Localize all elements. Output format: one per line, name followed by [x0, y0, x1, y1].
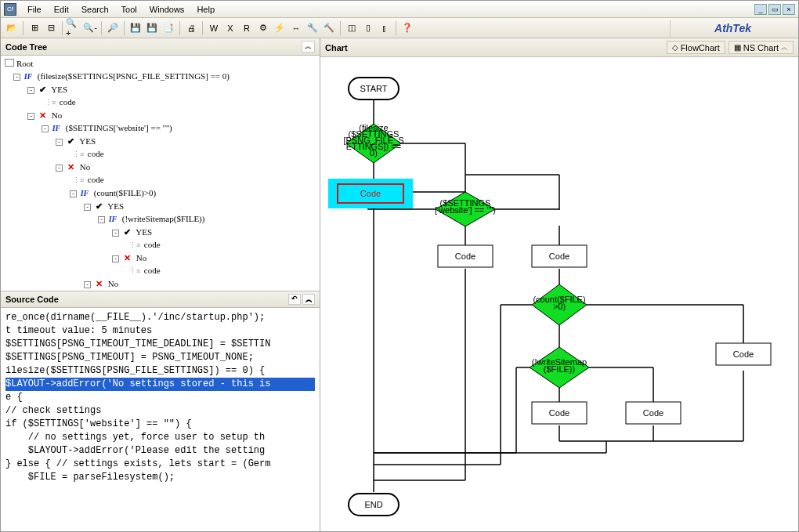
- menu-tool[interactable]: Tool: [115, 3, 143, 16]
- svg-text:Code: Code: [455, 252, 475, 261]
- zoom-out-icon[interactable]: 🔍-: [82, 20, 98, 36]
- svg-text:>0): >0): [553, 302, 566, 311]
- tool2-icon[interactable]: 🔨: [321, 20, 337, 36]
- tab-flowchart[interactable]: ◇FlowChart: [667, 41, 725, 54]
- minimize-button[interactable]: _: [754, 4, 767, 15]
- tree-if2[interactable]: ($SETTINGS['website'] == '"'): [66, 123, 172, 132]
- settings-icon[interactable]: ⚙: [255, 20, 271, 36]
- menu-help[interactable]: Help: [190, 3, 221, 16]
- copy-icon[interactable]: 📑: [161, 20, 176, 36]
- chart-header: Chart ◇FlowChart ▦NS Chart ︽: [320, 38, 798, 57]
- svg-text:Code: Code: [549, 408, 569, 418]
- save-icon[interactable]: 💾: [128, 20, 143, 36]
- tree-if4[interactable]: (!writeSitemap($FILE)): [122, 214, 205, 223]
- export-x-icon[interactable]: X: [222, 20, 238, 36]
- menubar: Cf File Edit Search Tool Windows Help _ …: [1, 1, 798, 18]
- tree-root[interactable]: Root: [16, 59, 33, 68]
- zoom-in-icon[interactable]: 🔍+: [66, 20, 81, 36]
- layout3-icon[interactable]: ⫿: [377, 20, 392, 36]
- chevron-icon[interactable]: ︽: [302, 294, 315, 305]
- menu-file[interactable]: File: [21, 3, 48, 16]
- svg-text:END: END: [364, 500, 382, 509]
- flow-end[interactable]: END: [349, 494, 399, 516]
- toolbar: 📂 ⊞ ⊟ 🔍+ 🔍- 🔎 💾 💾 📑 🖨 W X R ⚙ ⚡ ↔ 🔧 🔨 ◫ …: [1, 18, 798, 38]
- tab-nschart[interactable]: ▦NS Chart ︽: [728, 41, 794, 54]
- flow-decision-4[interactable]: (!writeSitemap ($FILE)): [530, 347, 589, 388]
- export-r-icon[interactable]: R: [239, 20, 255, 36]
- app-logo-icon: Cf: [4, 3, 16, 16]
- print-icon[interactable]: 🖨: [183, 20, 199, 36]
- flow-decision-3[interactable]: (count($FILE) >0): [532, 284, 587, 325]
- flow-start[interactable]: START: [349, 78, 399, 100]
- tree-if1[interactable]: (filesize($SETTINGS[PSNG_FILE_SETTINGS] …: [38, 71, 230, 81]
- flowchart-icon: ◇: [672, 43, 678, 52]
- maximize-button[interactable]: ▭: [768, 4, 781, 15]
- export-word-icon[interactable]: W: [206, 20, 222, 36]
- help-icon[interactable]: ❓: [400, 20, 415, 36]
- close-button[interactable]: ×: [783, 4, 795, 15]
- flow-code-box[interactable]: Code: [438, 245, 493, 267]
- tool1-icon[interactable]: 🔧: [305, 20, 320, 36]
- flow-code-box[interactable]: Code: [626, 402, 681, 424]
- flow-code-box[interactable]: Code: [716, 343, 771, 365]
- find-icon[interactable]: 🔎: [105, 20, 121, 36]
- flowchart-canvas[interactable]: START (filesize ($SETTINGS [PSNG_FILE_S …: [320, 57, 798, 531]
- chevron-icon[interactable]: ︽: [302, 41, 315, 52]
- source-code-header: Source Code ↶ ︽: [1, 291, 320, 308]
- menu-search[interactable]: Search: [75, 3, 115, 16]
- source-code-view[interactable]: re_once(dirname(__FILE__).'/inc/startup.…: [1, 308, 320, 531]
- flow-decision-1[interactable]: (filesize ($SETTINGS [PSNG_FILE_S ETTING…: [343, 123, 403, 163]
- open-icon[interactable]: 📂: [4, 20, 20, 36]
- svg-text:0): 0): [370, 148, 378, 157]
- flow-code-box[interactable]: Code: [532, 402, 587, 424]
- code-tree[interactable]: Root -IF (filesize($SETTINGS[PSNG_FILE_S…: [1, 56, 320, 291]
- flow-code-selected[interactable]: Code: [328, 179, 413, 208]
- tree-toggle[interactable]: -: [13, 74, 20, 81]
- chart-title: Chart: [325, 43, 348, 52]
- collapse-all-icon[interactable]: ⊟: [43, 20, 59, 36]
- svg-text:['website'] == ""): ['website'] == ""): [435, 205, 496, 215]
- svg-text:Code: Code: [360, 189, 381, 198]
- save-all-icon[interactable]: 💾: [144, 20, 160, 36]
- menu-edit[interactable]: Edit: [48, 3, 75, 16]
- expand-all-icon[interactable]: ⊞: [27, 20, 42, 36]
- tree-if3[interactable]: (count($FILE)>0): [94, 188, 157, 197]
- flow-code-box[interactable]: Code: [532, 245, 587, 267]
- run-icon[interactable]: ⚡: [272, 20, 287, 36]
- code-tree-header: Code Tree ︽: [1, 38, 320, 56]
- brand-label: AthTek: [670, 20, 795, 37]
- svg-text:Code: Code: [733, 349, 754, 359]
- code-tree-title: Code Tree: [5, 42, 47, 52]
- svg-text:START: START: [360, 84, 387, 93]
- menu-windows[interactable]: Windows: [143, 3, 191, 16]
- compare-icon[interactable]: ↔: [288, 20, 304, 36]
- flow-decision-2[interactable]: ($SETTINGS ['website'] == ""): [435, 192, 496, 226]
- svg-text:($FILE)): ($FILE)): [544, 364, 575, 374]
- nschart-icon: ▦: [734, 43, 741, 52]
- undo-icon[interactable]: ↶: [288, 294, 301, 305]
- svg-text:Code: Code: [643, 408, 663, 418]
- layout1-icon[interactable]: ◫: [344, 20, 360, 36]
- svg-text:Code: Code: [549, 252, 569, 261]
- source-code-title: Source Code: [5, 295, 59, 304]
- layout2-icon[interactable]: ▯: [360, 20, 376, 36]
